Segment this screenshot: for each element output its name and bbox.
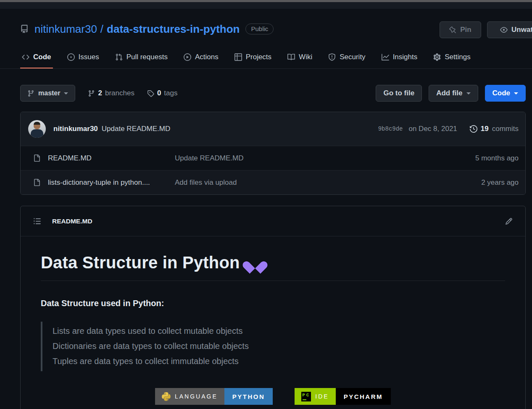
file-name-link[interactable]: README.MD	[48, 154, 175, 163]
tab-security-label: Security	[340, 53, 365, 61]
issue-opened-icon	[67, 53, 75, 61]
commits-count: 19	[481, 125, 489, 133]
readme-subheading: Data Structure used in Python:	[41, 299, 505, 308]
tab-actions[interactable]: Actions	[182, 47, 220, 68]
tab-settings[interactable]: Settings	[432, 47, 472, 68]
tab-security[interactable]: Security	[327, 47, 367, 68]
tab-wiki-label: Wiki	[299, 53, 312, 61]
tab-pull-requests[interactable]: Pull requests	[113, 47, 169, 68]
tags-link[interactable]: 0 tags	[147, 89, 178, 97]
file-age: 2 years ago	[443, 178, 519, 187]
branches-label: branches	[105, 89, 134, 97]
branch-name: master	[38, 89, 60, 97]
shield-icon	[328, 53, 336, 61]
go-to-file-button[interactable]: Go to file	[376, 85, 422, 102]
ide-pycharm-badge[interactable]: PC IDE PYCHARM	[295, 388, 391, 405]
readme-heading: Data Structure in Python	[41, 253, 505, 281]
add-file-button[interactable]: Add file	[429, 85, 478, 102]
commit-date: on Dec 8, 2021	[408, 125, 457, 133]
add-file-label: Add file	[436, 89, 462, 97]
repo-name-link[interactable]: data-structures-in-python	[107, 23, 240, 36]
file-browser: nitinkumar30 Update README.MD 9b8c9de on…	[20, 112, 526, 195]
readme-blockquote: Lists are data types used to collect mut…	[41, 322, 505, 371]
unwatch-button[interactable]: Unwatch	[487, 21, 532, 38]
tab-code[interactable]: Code	[20, 47, 53, 68]
commit-sha-link[interactable]: 9b8c9de	[378, 126, 403, 132]
code-icon	[22, 53, 29, 61]
tab-issues[interactable]: Issues	[66, 47, 101, 68]
branches-link[interactable]: 2 branches	[88, 89, 134, 97]
gear-icon	[433, 53, 441, 61]
quote-line: Lists are data types used to collect mut…	[53, 323, 505, 338]
git-pull-request-icon	[115, 53, 123, 61]
pin-label: Pin	[460, 26, 471, 34]
unwatch-label: Unwatch	[511, 26, 532, 34]
table-row[interactable]: README.MD Update README.MD 5 months ago	[21, 146, 525, 170]
file-age: 5 months ago	[443, 154, 519, 163]
repo-header: nitinkumar30 / data-structures-in-python…	[20, 20, 526, 38]
git-branch-icon	[88, 90, 95, 97]
file-commit-message-link[interactable]: Update README.MD	[175, 154, 443, 163]
graph-icon	[382, 53, 389, 61]
code-button-label: Code	[492, 89, 511, 97]
branches-count: 2	[98, 89, 102, 97]
pycharm-logo-icon: PC	[301, 392, 311, 401]
tab-projects[interactable]: Projects	[233, 47, 273, 68]
readme-title: README.MD	[52, 218, 92, 225]
latest-commit-bar: nitinkumar30 Update README.MD 9b8c9de on…	[21, 112, 525, 146]
repo-toolbar: master 2 branches 0 tags Go to file Add …	[20, 85, 526, 102]
language-python-badge[interactable]: LANGUAGE PYTHON	[155, 388, 273, 405]
table-row[interactable]: lists-dictionary-tuple in python.... Add…	[21, 170, 525, 194]
code-button[interactable]: Code	[485, 85, 526, 102]
file-commit-message-link[interactable]: Add files via upload	[175, 178, 443, 187]
python-logo-icon	[162, 392, 171, 401]
eye-icon	[500, 26, 508, 34]
tab-issues-label: Issues	[79, 53, 99, 61]
tab-projects-label: Projects	[246, 53, 271, 61]
commit-message-link[interactable]: Update README.MD	[102, 125, 378, 133]
readme-panel: README.MD Data Structure in Python Data …	[20, 206, 526, 409]
pin-button[interactable]: Pin	[440, 21, 481, 38]
breadcrumb-separator: /	[100, 23, 103, 36]
tab-wiki[interactable]: Wiki	[286, 47, 314, 68]
badge-value: PYTHON	[232, 393, 265, 400]
file-name-link[interactable]: lists-dictionary-tuple in python....	[48, 178, 175, 187]
avatar[interactable]	[28, 120, 46, 138]
readme-content: Data Structure in Python Data Structure …	[21, 236, 525, 409]
tags-count: 0	[157, 89, 161, 97]
pin-icon	[449, 26, 456, 34]
list-unordered-icon[interactable]	[33, 217, 41, 225]
purple-heart-icon	[248, 256, 263, 270]
badge-label: LANGUAGE	[175, 393, 218, 400]
tab-settings-label: Settings	[445, 53, 470, 61]
pencil-icon[interactable]	[505, 218, 513, 225]
git-branch-icon	[27, 90, 34, 97]
tab-insights[interactable]: Insights	[380, 47, 419, 68]
tab-pull-requests-label: Pull requests	[126, 53, 168, 61]
quote-line: Tuples are data types to collect immutab…	[53, 354, 505, 369]
go-to-file-label: Go to file	[383, 89, 414, 97]
badge-label: IDE	[315, 393, 329, 400]
quote-line: Dictionaries are data types to collect m…	[53, 338, 505, 354]
repo-owner-link[interactable]: nitinkumar30	[34, 23, 97, 36]
tab-insights-label: Insights	[393, 53, 418, 61]
readme-heading-text: Data Structure in Python	[41, 253, 240, 272]
repo-nav: Code Issues Pull requests Actions Projec…	[0, 47, 532, 69]
commit-author-link[interactable]: nitinkumar30	[53, 125, 98, 133]
tab-code-label: Code	[33, 53, 51, 61]
table-icon	[234, 53, 242, 61]
book-icon	[287, 53, 295, 61]
chevron-down-icon	[514, 92, 518, 94]
chevron-down-icon	[466, 92, 471, 94]
branch-selector[interactable]: master	[20, 85, 75, 102]
readme-badges: LANGUAGE PYTHON PC IDE PYCHARM	[41, 388, 505, 405]
breadcrumb: nitinkumar30 / data-structures-in-python	[34, 23, 240, 36]
tags-label: tags	[164, 89, 177, 97]
history-icon	[470, 125, 477, 133]
commits-history-link[interactable]: 19 commits	[470, 125, 519, 133]
tab-actions-label: Actions	[195, 53, 219, 61]
file-icon	[33, 155, 40, 162]
chevron-down-icon	[64, 92, 68, 94]
play-icon	[184, 53, 191, 61]
repo-icon	[20, 25, 29, 33]
